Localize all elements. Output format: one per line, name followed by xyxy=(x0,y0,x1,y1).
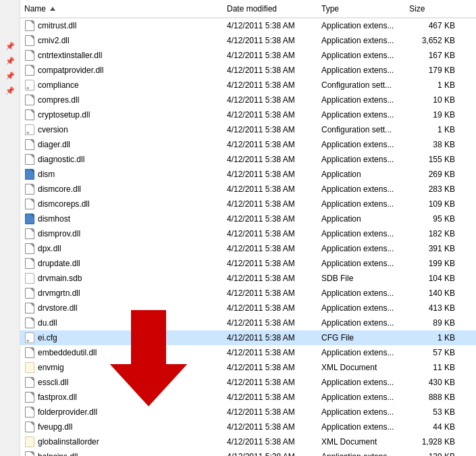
cell-name: du.dll xyxy=(20,316,223,330)
xml-icon xyxy=(25,362,34,373)
file-icon xyxy=(25,95,34,105)
cell-name: drupdate.dll xyxy=(20,257,223,270)
cell-size: 467 KB xyxy=(405,19,459,32)
cell-size: 19 KB xyxy=(405,108,459,122)
file-icon xyxy=(25,422,34,432)
table-row[interactable]: drvmgrtn.dll 4/12/2011 5:38 AM Applicati… xyxy=(20,286,476,301)
cell-type: Application extens... xyxy=(317,153,405,166)
table-row[interactable]: dpx.dll 4/12/2011 5:38 AM Application ex… xyxy=(20,241,476,256)
col-size[interactable]: Size xyxy=(405,3,459,15)
table-row[interactable]: dismprov.dll 4/12/2011 5:38 AM Applicati… xyxy=(20,226,476,241)
table-row[interactable]: compatprovider.dll 4/12/2011 5:38 AM App… xyxy=(20,63,476,78)
file-icon xyxy=(25,228,34,239)
cell-date: 4/12/2011 5:38 AM xyxy=(223,227,317,240)
cell-type: Application extens... xyxy=(317,257,405,270)
file-name: compres.dll xyxy=(38,94,79,106)
file-icon xyxy=(25,35,34,46)
cell-size: 269 KB xyxy=(405,168,459,181)
table-row[interactable]: drvmain.sdb 4/12/2011 5:38 AM SDB File 1… xyxy=(20,271,476,286)
table-row[interactable]: drupdate.dll 4/12/2011 5:38 AM Applicati… xyxy=(20,256,476,271)
table-row[interactable]: globalinstallorder 4/12/2011 5:38 AM XML… xyxy=(20,434,476,449)
table-row[interactable]: dismcore.dll 4/12/2011 5:38 AM Applicati… xyxy=(20,182,476,197)
cell-name: dismprov.dll xyxy=(20,227,223,240)
cell-name: esscli.dll xyxy=(20,376,223,389)
table-row[interactable]: cntrtextinstaller.dll 4/12/2011 5:38 AM … xyxy=(20,48,476,63)
cell-date: 4/12/2011 5:38 AM xyxy=(223,346,317,359)
cell-size: 430 KB xyxy=(405,376,459,389)
cell-type: Application extens... xyxy=(317,19,405,32)
cell-date: 4/12/2011 5:38 AM xyxy=(223,331,317,345)
col-date-label: Date modified xyxy=(227,4,277,14)
cell-size: 44 KB xyxy=(405,420,459,434)
cell-type: Configuration sett... xyxy=(317,78,405,92)
cell-type: Application extens... xyxy=(317,242,405,255)
table-row[interactable]: esscli.dll 4/12/2011 5:38 AM Application… xyxy=(20,375,476,390)
file-icon xyxy=(25,318,34,328)
cell-date: 4/12/2011 5:38 AM xyxy=(223,64,317,77)
cell-size: 53 KB xyxy=(405,405,459,419)
cell-type: Application extens... xyxy=(317,64,405,77)
col-size-label: Size xyxy=(409,4,425,14)
table-row[interactable]: embeddedutil.dll 4/12/2011 5:38 AM Appli… xyxy=(20,345,476,360)
file-name: helpcins.dll xyxy=(38,451,78,456)
file-icon xyxy=(25,109,34,120)
cell-name: dismhost xyxy=(20,212,223,226)
cell-size: 1,928 KB xyxy=(405,435,459,449)
cell-size: 104 KB xyxy=(405,272,459,285)
cell-date: 4/12/2011 5:38 AM xyxy=(223,153,317,166)
cell-date: 4/12/2011 5:38 AM xyxy=(223,450,317,456)
file-name: fastprox.dll xyxy=(38,391,77,403)
file-name: cryptosetup.dll xyxy=(38,109,90,121)
file-name: dismprov.dll xyxy=(38,228,80,240)
table-row[interactable]: cryptosetup.dll 4/12/2011 5:38 AM Applic… xyxy=(20,107,476,122)
table-row[interactable]: compres.dll 4/12/2011 5:38 AM Applicatio… xyxy=(20,93,476,107)
table-row[interactable]: compliance 4/12/2011 5:38 AM Configurati… xyxy=(20,78,476,93)
cell-date: 4/12/2011 5:38 AM xyxy=(223,272,317,285)
file-list[interactable]: cmitrust.dll 4/12/2011 5:38 AM Applicati… xyxy=(20,18,476,456)
table-row[interactable]: dism 4/12/2011 5:38 AM Application 269 K… xyxy=(20,167,476,182)
cell-size: 139 KB xyxy=(405,450,459,456)
table-row[interactable]: folderprovider.dll 4/12/2011 5:38 AM App… xyxy=(20,405,476,420)
pin-icon-3[interactable]: 📌 xyxy=(5,70,16,81)
col-type-label: Type xyxy=(321,4,339,14)
col-date[interactable]: Date modified xyxy=(223,3,317,15)
file-icon xyxy=(25,451,34,456)
pin-icon-1[interactable]: 📌 xyxy=(5,41,16,51)
cell-name: cversion xyxy=(20,123,223,136)
cell-name: envmig xyxy=(20,361,223,374)
table-row[interactable]: ei.cfg 4/12/2011 5:38 AM CFG File 1 KB xyxy=(20,330,476,345)
pin-icon-4[interactable]: 📌 xyxy=(5,85,16,96)
pin-icon-2[interactable]: 📌 xyxy=(5,55,16,66)
table-row[interactable]: diagnostic.dll 4/12/2011 5:38 AM Applica… xyxy=(20,152,476,167)
cell-type: Application extens... xyxy=(317,390,405,404)
table-row[interactable]: diager.dll 4/12/2011 5:38 AM Application… xyxy=(20,137,476,152)
table-row[interactable]: fveupg.dll 4/12/2011 5:38 AM Application… xyxy=(20,420,476,434)
cell-name: diagnostic.dll xyxy=(20,153,223,166)
table-row[interactable]: dismcoreps.dll 4/12/2011 5:38 AM Applica… xyxy=(20,197,476,211)
file-icon xyxy=(25,407,34,417)
cell-size: 140 KB xyxy=(405,286,459,300)
table-row[interactable]: drvstore.dll 4/12/2011 5:38 AM Applicati… xyxy=(20,301,476,315)
table-row[interactable]: du.dll 4/12/2011 5:38 AM Application ext… xyxy=(20,315,476,330)
table-row[interactable]: cmitrust.dll 4/12/2011 5:38 AM Applicati… xyxy=(20,18,476,33)
cell-name: dism xyxy=(20,168,223,181)
col-type[interactable]: Type xyxy=(317,3,405,15)
cell-type: Application extens... xyxy=(317,49,405,62)
file-name: du.dll xyxy=(38,317,57,329)
table-row[interactable]: fastprox.dll 4/12/2011 5:38 AM Applicati… xyxy=(20,390,476,405)
file-icon xyxy=(25,50,34,61)
cell-name: drvstore.dll xyxy=(20,301,223,315)
table-row[interactable]: dismhost 4/12/2011 5:38 AM Application 9… xyxy=(20,211,476,226)
sort-arrow-icon xyxy=(50,7,55,11)
cell-size: 11 KB xyxy=(405,361,459,374)
table-row[interactable]: helpcins.dll 4/12/2011 5:38 AM Applicati… xyxy=(20,449,476,456)
col-name[interactable]: Name xyxy=(20,3,223,15)
table-row[interactable]: cversion 4/12/2011 5:38 AM Configuration… xyxy=(20,122,476,137)
cell-size: 1 KB xyxy=(405,78,459,92)
cell-size: 283 KB xyxy=(405,182,459,196)
file-name: dismcoreps.dll xyxy=(38,198,90,210)
table-row[interactable]: cmiv2.dll 4/12/2011 5:38 AM Application … xyxy=(20,33,476,48)
table-row[interactable]: envmig 4/12/2011 5:38 AM XML Document 11… xyxy=(20,360,476,375)
table-header: Name Date modified Type Size xyxy=(20,0,476,18)
cell-name: ei.cfg xyxy=(20,331,223,345)
